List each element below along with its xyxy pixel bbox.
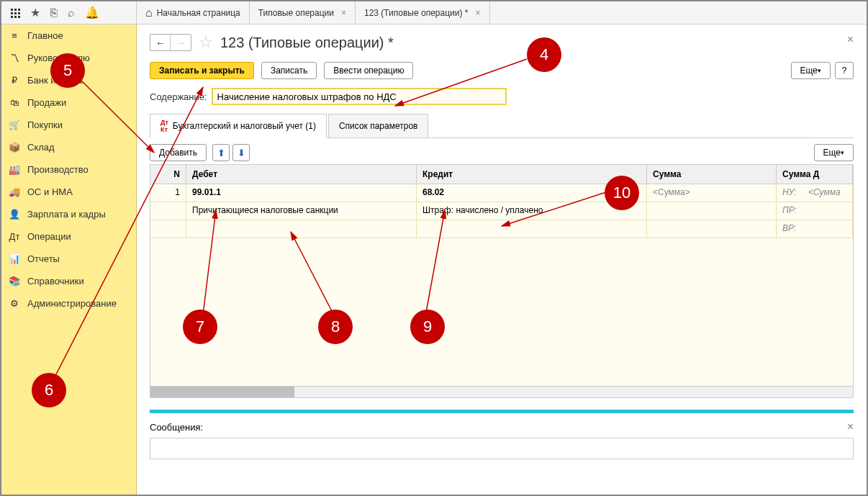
gear-icon: ⚙ [9,298,20,309]
cell-nu[interactable]: НУ: <Сумма [777,184,853,202]
sidebar-item-production[interactable]: 🏭Производство [1,158,136,181]
table-more-button[interactable]: Еще [814,144,854,161]
col-sum-d[interactable]: Сумма Д [777,165,853,184]
apps-icon[interactable] [10,8,20,18]
close-page-icon[interactable]: × [847,33,854,46]
forward-button[interactable]: → [171,35,191,50]
ruble-icon: ₽ [9,75,20,86]
tab-accounting[interactable]: ДтКтБухгалтерский и налоговый учет (1) [150,114,327,138]
cell-credit-desc[interactable]: Штраф: начислено / уплачено [417,202,647,220]
books-icon: 📚 [9,276,20,287]
grid-header: N Дебет Кредит Сумма Сумма Д [150,165,853,184]
messages-close-icon[interactable]: × [847,420,854,433]
messages-header: Сообщения: × [150,420,854,433]
close-icon[interactable]: × [341,8,346,18]
cell-debit-acc[interactable]: 99.01.1 [186,184,417,202]
tab-home[interactable]: Начальная страница [137,1,250,24]
sidebar-item-warehouse[interactable]: 📦Склад [1,136,136,158]
bag-icon: 🛍 [9,97,20,108]
copy-icon[interactable]: ⎘ [50,6,58,19]
tab-123[interactable]: 123 (Типовые операции) *× [356,1,490,24]
table-row[interactable]: ВР: [150,220,853,238]
table-row[interactable]: 1 99.01.1 68.02 <Сумма> НУ: <Сумма [150,184,853,202]
star-icon[interactable]: ★ [30,6,40,19]
cell-n[interactable]: 1 [150,184,186,202]
table-row[interactable]: Причитающиеся налоговые санкции Штраф: н… [150,202,853,220]
col-n[interactable]: N [150,165,186,184]
grid-body[interactable]: 1 99.01.1 68.02 <Сумма> НУ: <Сумма Причи… [150,184,853,386]
col-debit[interactable]: Дебет [186,165,417,184]
col-credit[interactable]: Кредит [417,165,647,184]
cart-icon: 🛒 [9,120,20,130]
content-input[interactable] [212,88,507,105]
nav-buttons: ← → [150,34,191,51]
sidebar-item-directories[interactable]: 📚Справочники [1,270,136,292]
cell-vr[interactable]: ВР: [777,220,853,238]
cell-pr[interactable]: ПР: [777,202,853,220]
add-button[interactable]: Добавить [150,144,207,161]
barchart-icon: 📊 [9,253,20,264]
box-icon: 📦 [9,142,20,153]
cell-credit-acc[interactable]: 68.02 [417,184,647,202]
grid: N Дебет Кредит Сумма Сумма Д 1 99.01.1 6… [150,164,854,398]
person-icon: 👤 [9,209,20,220]
cell-debit-desc[interactable]: Причитающиеся налоговые санкции [186,202,417,220]
page-title: 123 (Типовые операции) * [220,35,394,51]
back-button[interactable]: ← [150,35,171,50]
favorite-star-icon[interactable]: ☆ [199,33,213,52]
sidebar-item-operations[interactable]: ДтОперации [1,225,136,248]
dtkt-icon: Дт [9,231,20,242]
save-and-close-button[interactable]: Записать и закрыть [150,62,254,79]
content: × ← → ☆ 123 (Типовые операции) * Записат… [137,24,867,495]
sidebar: ≡Главное 〽Руководителю ₽Банк и касса 🛍Пр… [1,24,137,495]
messages-box [150,438,854,459]
truck-icon: 🚚 [9,186,20,197]
separator-bar [150,410,854,413]
sidebar-item-admin[interactable]: ⚙Администрирование [1,292,136,315]
search-icon[interactable]: ⌕ [68,6,75,19]
cell-sum[interactable]: <Сумма> [647,184,777,202]
top-icon-bar: ★ ⎘ ⌕ 🔔 [1,1,137,24]
tab-params[interactable]: Список параметров [328,114,429,137]
bell-icon[interactable]: 🔔 [85,6,99,19]
help-button[interactable]: ? [835,62,854,79]
dtkt-icon: ДтКт [161,119,168,133]
content-header: ← → ☆ 123 (Типовые операции) * [150,33,854,52]
horizontal-scrollbar[interactable] [150,386,853,397]
sidebar-item-reports[interactable]: 📊Отчеты [1,248,136,270]
chart-icon: 〽 [9,53,20,63]
action-bar: Записать и закрыть Записать Ввести опера… [150,62,854,79]
tab-typical-ops[interactable]: Типовые операции× [250,1,356,24]
sidebar-item-main[interactable]: ≡Главное [1,24,136,47]
sidebar-item-bank[interactable]: ₽Банк и касса [1,69,136,91]
sidebar-item-manager[interactable]: 〽Руководителю [1,47,136,69]
enter-operation-button[interactable]: Ввести операцию [324,62,413,79]
table-toolbar: Добавить ⬆ ⬇ Еще [150,144,854,161]
close-icon[interactable]: × [475,8,480,18]
content-field-row: Содержание: [150,88,854,105]
sub-tabs: ДтКтБухгалтерский и налоговый учет (1) С… [150,114,854,138]
more-button[interactable]: Еще [791,62,831,79]
sidebar-item-sales[interactable]: 🛍Продажи [1,91,136,114]
sidebar-item-assets[interactable]: 🚚ОС и НМА [1,181,136,203]
sidebar-item-salary[interactable]: 👤Зарплата и кадры [1,203,136,225]
tabs: Начальная страница Типовые операции× 123… [137,1,490,24]
messages-label: Сообщения: [150,422,203,433]
menu-icon: ≡ [9,30,20,41]
save-button[interactable]: Записать [261,62,317,79]
top-toolbar: ★ ⎘ ⌕ 🔔 Начальная страница Типовые опера… [1,1,867,24]
factory-icon: 🏭 [9,164,20,175]
move-down-button[interactable]: ⬇ [232,144,250,161]
col-sum[interactable]: Сумма [647,165,777,184]
content-label: Содержание: [150,91,207,102]
move-up-button[interactable]: ⬆ [212,144,230,161]
sidebar-item-purchases[interactable]: 🛒Покупки [1,114,136,136]
